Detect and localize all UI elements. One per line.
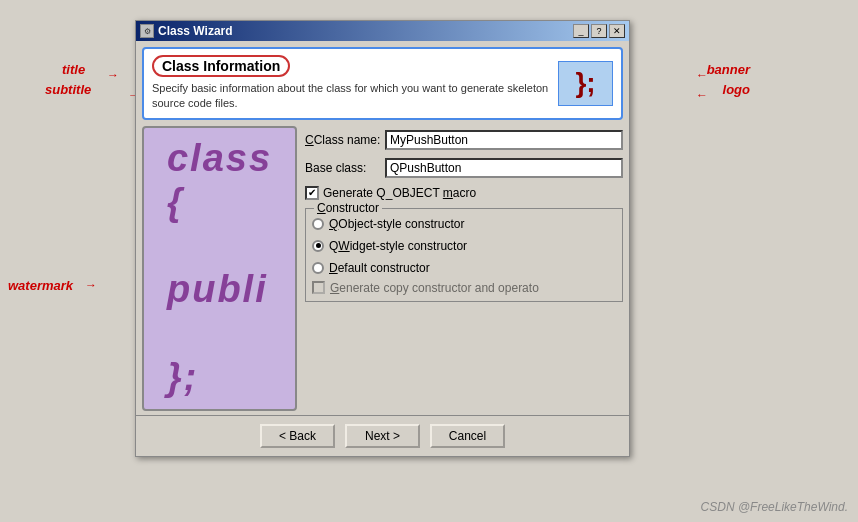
radio-qwidget-label: QWidget-style constructor	[329, 239, 467, 253]
title-bar-buttons: _ ? ✕	[573, 24, 625, 38]
main-content: class{publi}; CClass name: Base class:	[142, 126, 623, 411]
arrow-watermark: →	[85, 278, 97, 292]
header-subtitle: Specify basic information about the clas…	[152, 81, 550, 112]
annotation-title: title	[62, 62, 85, 77]
back-button[interactable]: < Back	[260, 424, 335, 448]
constructor-legend: Constructor	[314, 201, 382, 215]
title-bar-left: ⚙ Class Wizard	[140, 24, 233, 38]
class-name-row: CClass name:	[305, 130, 623, 150]
class-name-label-text: Class name:	[314, 133, 381, 147]
page-background: title subtitle banner logo watermark → →…	[0, 0, 858, 522]
generate-macro-checkbox[interactable]: ✔	[305, 186, 319, 200]
base-class-label: Base class:	[305, 161, 385, 175]
copy-constructor-row: Generate copy constructor and operato	[312, 281, 616, 295]
radio-default-row[interactable]: Default constructor	[312, 261, 616, 275]
copy-constructor-checkbox	[312, 281, 325, 294]
header-logo: };	[558, 61, 613, 106]
class-name-label: CClass name:	[305, 133, 385, 147]
generate-macro-row: ✔ Generate Q_OBJECT macro	[305, 186, 623, 200]
header-title: Class Information	[152, 55, 290, 77]
minimize-button[interactable]: _	[573, 24, 589, 38]
logo-text: };	[575, 67, 595, 99]
radio-qobject[interactable]	[312, 218, 324, 230]
radio-qobject-label: QObject-style constructor	[329, 217, 464, 231]
generate-macro-label: Generate Q_OBJECT macro	[323, 186, 476, 200]
radio-qobject-row[interactable]: QObject-style constructor	[312, 217, 616, 231]
watermark-panel: class{publi};	[142, 126, 297, 411]
dialog-window: ⚙ Class Wizard _ ? ✕ Class Information S…	[135, 20, 630, 457]
radio-default[interactable]	[312, 262, 324, 274]
close-button[interactable]: ✕	[609, 24, 625, 38]
base-class-input[interactable]	[385, 158, 623, 178]
next-button[interactable]: Next >	[345, 424, 420, 448]
help-button[interactable]: ?	[591, 24, 607, 38]
annotation-watermark: watermark	[8, 278, 73, 293]
button-bar: < Back Next > Cancel	[136, 415, 629, 456]
class-name-input[interactable]	[385, 130, 623, 150]
header-area: Class Information Specify basic informat…	[142, 47, 623, 120]
copy-constructor-label: Generate copy constructor and operato	[330, 281, 539, 295]
annotation-banner: banner	[707, 62, 750, 77]
arrow-title: →	[107, 68, 119, 82]
annotation-logo: logo	[723, 82, 750, 97]
watermark-text: class{publi};	[159, 129, 280, 407]
dialog-title: Class Wizard	[158, 24, 233, 38]
arrow-banner: ←	[696, 68, 708, 82]
radio-qwidget-row[interactable]: QWidget-style constructor	[312, 239, 616, 253]
radio-default-label: Default constructor	[329, 261, 430, 275]
header-text-area: Class Information Specify basic informat…	[152, 55, 550, 112]
dialog-icon: ⚙	[140, 24, 154, 38]
annotation-subtitle: subtitle	[45, 82, 91, 97]
title-bar: ⚙ Class Wizard _ ? ✕	[136, 21, 629, 41]
radio-qwidget[interactable]	[312, 240, 324, 252]
csdn-label: CSDN @FreeLikeTheWind.	[701, 500, 848, 514]
arrow-logo: ←	[696, 88, 708, 102]
base-class-row: Base class:	[305, 158, 623, 178]
constructor-groupbox: Constructor QObject-style constructor Q	[305, 208, 623, 302]
form-area: CClass name: Base class: ✔ Generate Q_OB…	[305, 126, 623, 411]
cancel-button[interactable]: Cancel	[430, 424, 505, 448]
